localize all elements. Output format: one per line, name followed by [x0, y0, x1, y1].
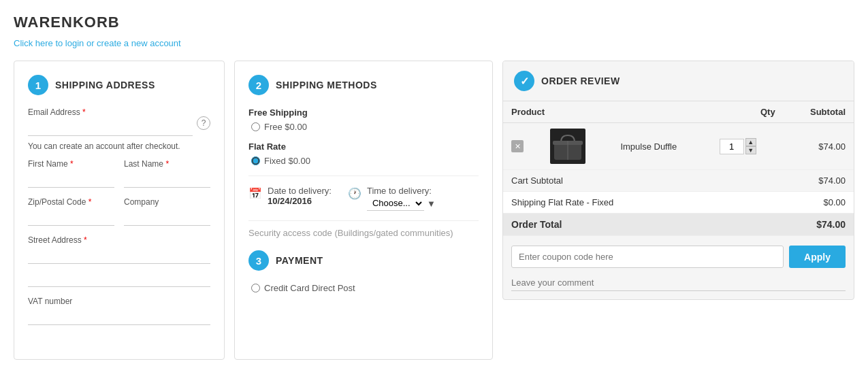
remove-item-button[interactable]: ✕	[511, 140, 524, 152]
street-input-2[interactable]	[28, 271, 210, 287]
shipping-value: $0.00	[823, 197, 846, 207]
summary-rows: Cart Subtotal $74.00 Shipping Flat Rate …	[503, 170, 854, 236]
shipping-methods-panel: 2 SHIPPING METHODS Free Shipping Free $0…	[234, 61, 493, 360]
order-review-header: ORDER REVIEW	[503, 61, 854, 101]
free-shipping-group: Free Shipping Free $0.00	[248, 107, 479, 132]
vat-group: VAT number	[28, 297, 210, 325]
coupon-section: Apply	[503, 236, 854, 275]
product-name-cell: Impulse Duffle	[612, 123, 711, 170]
shipping-address-title: SHIPPING ADDRESS	[55, 80, 155, 90]
street-label: Street Address *	[28, 235, 210, 245]
vat-input[interactable]	[28, 309, 210, 325]
qty-cell: ▲ ▼	[711, 123, 784, 170]
product-subtotal-cell: $74.00	[784, 123, 854, 170]
delivery-row: 📅 Date to delivery: 10/24/2016 🕐 Time to…	[248, 186, 479, 211]
cart-subtotal-label: Cart Subtotal	[511, 175, 563, 186]
calendar-icon: 📅	[248, 187, 262, 200]
payment-section: 3 PAYMENT Credit Card Direct Post	[248, 250, 479, 293]
first-name-input[interactable]	[28, 171, 114, 188]
date-delivery-item: 📅 Date to delivery: 10/24/2016	[248, 186, 332, 206]
cart-subtotal-value: $74.00	[818, 175, 846, 186]
order-table: Product Qty Subtotal ✕	[503, 101, 854, 170]
apply-button[interactable]: Apply	[789, 246, 846, 268]
free-shipping-radio[interactable]	[251, 122, 260, 131]
street-group: Street Address *	[28, 235, 210, 287]
comment-input[interactable]	[511, 275, 846, 291]
order-total-label: Order Total	[511, 219, 562, 230]
credit-card-option[interactable]: Credit Card Direct Post	[251, 283, 479, 293]
email-input[interactable]	[28, 120, 193, 136]
company-group: Company	[124, 197, 210, 226]
shipping-methods-header: 2 SHIPPING METHODS	[248, 75, 479, 95]
email-hint: You can create an account after checkout…	[28, 141, 210, 151]
free-shipping-option[interactable]: Free $0.00	[251, 122, 479, 132]
order-total-row: Order Total $74.00	[503, 214, 854, 236]
chevron-down-icon: ▼	[427, 199, 436, 209]
name-row: First Name * Last Name *	[28, 159, 210, 197]
time-delivery-info: Time to delivery: Choose... ▼	[367, 186, 436, 211]
step-1-badge: 1	[28, 75, 48, 95]
product-image	[550, 129, 585, 164]
flat-rate-radio[interactable]	[251, 156, 260, 165]
page-title: WARENKORB	[14, 14, 854, 31]
shipping-row: Shipping Flat Rate - Fixed $0.00	[503, 192, 854, 214]
flat-rate-title: Flat Rate	[248, 141, 479, 152]
cart-subtotal-row: Cart Subtotal $74.00	[503, 170, 854, 192]
qty-arrows: ▲ ▼	[745, 138, 756, 154]
col-subtotal: Subtotal	[784, 101, 854, 123]
step-3-badge: 3	[248, 250, 269, 271]
qty-control: ▲ ▼	[720, 138, 775, 154]
zip-input[interactable]	[28, 209, 114, 226]
shipping-address-header: 1 SHIPPING ADDRESS	[28, 75, 210, 95]
coupon-input[interactable]	[511, 246, 784, 268]
table-row: ✕ Impulse Duffle	[503, 123, 854, 170]
qty-input[interactable]	[720, 139, 744, 154]
bag-icon	[551, 130, 584, 163]
zip-group: Zip/Postal Code *	[28, 197, 114, 226]
payment-header: 3 PAYMENT	[248, 250, 479, 271]
email-form-group: Email Address *	[28, 107, 193, 136]
date-delivery-info: Date to delivery: 10/24/2016	[268, 186, 332, 206]
payment-title: PAYMENT	[276, 255, 323, 266]
street-input[interactable]	[28, 248, 210, 264]
last-name-group: Last Name *	[124, 159, 210, 188]
last-name-label: Last Name *	[124, 159, 210, 169]
login-link[interactable]: Click here to login or create a new acco…	[14, 38, 854, 48]
main-layout: 1 SHIPPING ADDRESS Email Address * ? You…	[14, 61, 854, 360]
company-input[interactable]	[124, 209, 210, 226]
shipping-label: Shipping Flat Rate - Fixed	[511, 197, 613, 207]
last-name-input[interactable]	[124, 171, 210, 188]
email-row: Email Address * ?	[28, 107, 210, 139]
shipping-methods-title: SHIPPING METHODS	[276, 80, 377, 90]
clock-icon: 🕐	[348, 187, 361, 200]
flat-rate-group: Flat Rate Fixed $0.00	[248, 141, 479, 166]
first-name-group: First Name *	[28, 159, 114, 188]
first-name-label: First Name *	[28, 159, 114, 169]
remove-cell: ✕	[503, 123, 542, 170]
order-review-panel: ORDER REVIEW Product Qty Subtotal ✕	[502, 61, 854, 300]
time-delivery-select[interactable]: Choose...	[367, 196, 424, 211]
order-review-title: ORDER REVIEW	[541, 75, 620, 86]
order-total-value: $74.00	[816, 219, 846, 230]
email-label: Email Address *	[28, 107, 193, 117]
credit-card-radio[interactable]	[251, 284, 260, 292]
vat-label: VAT number	[28, 297, 210, 306]
step-2-badge: 2	[248, 75, 269, 95]
flat-rate-option[interactable]: Fixed $0.00	[251, 156, 479, 166]
free-shipping-title: Free Shipping	[248, 107, 479, 118]
qty-up-arrow[interactable]: ▲	[745, 138, 756, 146]
shipping-address-panel: 1 SHIPPING ADDRESS Email Address * ? You…	[14, 61, 225, 360]
check-badge	[514, 71, 534, 91]
qty-down-arrow[interactable]: ▼	[745, 146, 756, 154]
time-delivery-select-wrapper: Choose... ▼	[367, 196, 436, 211]
help-icon[interactable]: ?	[197, 116, 210, 130]
product-image-cell	[542, 123, 612, 170]
col-qty: Qty	[711, 101, 784, 123]
security-code: Security access code (Buildings/gated co…	[248, 228, 479, 238]
time-delivery-item: 🕐 Time to delivery: Choose... ▼	[348, 186, 436, 211]
zip-company-row: Zip/Postal Code * Company	[28, 197, 210, 235]
col-product: Product	[503, 101, 711, 123]
zip-label: Zip/Postal Code *	[28, 197, 114, 207]
comment-section	[503, 275, 854, 299]
order-table-header-row: Product Qty Subtotal	[503, 101, 854, 123]
